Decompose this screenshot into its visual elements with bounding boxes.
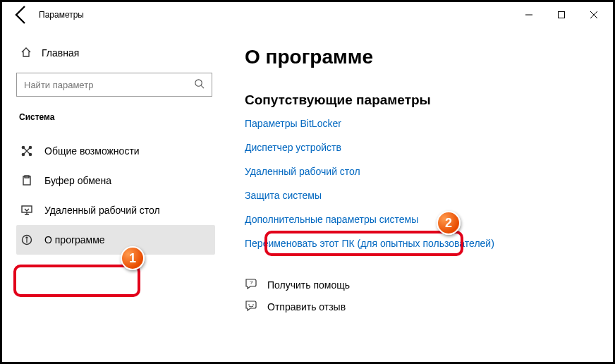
- close-icon: [590, 11, 598, 19]
- svg-point-2: [195, 80, 202, 86]
- svg-point-16: [252, 304, 254, 305]
- related-settings-heading: Сопутствующие параметры: [245, 92, 599, 108]
- maximize-icon: [557, 11, 566, 19]
- link-rename-pc[interactable]: Переименовать этот ПК (для опытных польз…: [245, 238, 599, 249]
- sidebar-item-label: О программе: [44, 234, 105, 245]
- svg-point-4: [22, 146, 24, 148]
- svg-point-15: [248, 304, 250, 305]
- sidebar-item-clipboard[interactable]: Буфер обмена: [16, 166, 215, 195]
- sidebar-item-label: Общие возможности: [44, 145, 140, 157]
- search-icon: [194, 78, 205, 91]
- feedback-icon: [245, 299, 257, 314]
- search-placeholder: Найти параметр: [24, 80, 93, 90]
- link-remote-desktop[interactable]: Удаленный рабочий стол: [245, 166, 599, 177]
- svg-rect-1: [559, 12, 565, 18]
- svg-point-5: [29, 146, 31, 148]
- link-system-protection[interactable]: Защита системы: [245, 190, 599, 201]
- close-button[interactable]: [578, 4, 610, 26]
- sidebar-section: Система: [19, 112, 215, 122]
- home-icon: [20, 47, 32, 60]
- minimize-button[interactable]: [513, 4, 545, 26]
- back-button[interactable]: [11, 4, 33, 26]
- annotation-marker-2: 2: [437, 211, 461, 235]
- annotation-marker-1: 1: [121, 246, 145, 270]
- get-help[interactable]: ? Получить помощь: [245, 277, 599, 292]
- sidebar-item-label: Буфер обмена: [44, 175, 111, 186]
- sidebar-item-remote[interactable]: Удаленный рабочий стол: [16, 195, 215, 225]
- sidebar-item-about[interactable]: О программе: [16, 225, 215, 255]
- svg-point-7: [29, 153, 31, 155]
- remote-icon: [20, 204, 33, 217]
- maximize-button[interactable]: [545, 4, 578, 26]
- sidebar-item-shared[interactable]: Общие возможности: [16, 136, 215, 166]
- sidebar-home[interactable]: Главная: [16, 39, 215, 67]
- titlebar: Параметры: [2, 2, 613, 28]
- clipboard-icon: [20, 174, 33, 187]
- sidebar-home-label: Главная: [42, 47, 79, 59]
- link-bitlocker[interactable]: Параметры BitLocker: [245, 118, 599, 129]
- get-help-label: Получить помощь: [267, 279, 350, 291]
- search-input[interactable]: Найти параметр: [16, 73, 212, 97]
- svg-text:?: ?: [250, 279, 253, 286]
- main-panel: О программе Сопутствующие параметры Пара…: [221, 28, 613, 362]
- link-device-manager[interactable]: Диспетчер устройств: [245, 142, 599, 153]
- shared-icon: [20, 145, 33, 157]
- give-feedback-label: Отправить отзыв: [267, 301, 346, 313]
- page-title: О программе: [245, 46, 599, 68]
- window-title: Параметры: [39, 10, 84, 20]
- sidebar-item-label: Удаленный рабочий стол: [44, 205, 160, 216]
- info-icon: [20, 233, 33, 246]
- link-advanced-system[interactable]: Дополнительные параметры системы: [245, 214, 599, 225]
- svg-point-6: [22, 153, 24, 155]
- sidebar: Главная Найти параметр Система Общие воз…: [2, 28, 221, 362]
- minimize-icon: [525, 11, 533, 19]
- svg-point-12: [26, 237, 28, 238]
- arrow-left-icon: [11, 4, 33, 26]
- svg-line-3: [201, 85, 204, 88]
- help-icon: ?: [245, 277, 257, 292]
- give-feedback[interactable]: Отправить отзыв: [245, 299, 599, 314]
